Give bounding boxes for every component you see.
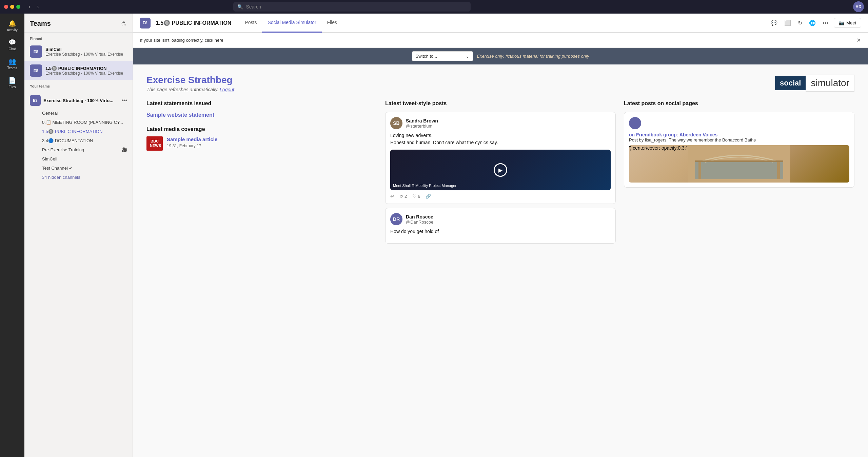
tweet-like-0[interactable]: ♡ 6 — [412, 194, 420, 199]
simcell-subtitle: Exercise Strathbeg - 100% Virtual Exerci… — [45, 52, 127, 57]
tweet-user-info-0: Sandra Brown @starterbium — [406, 118, 438, 129]
tweet-header-1: DR Dan Roscoe @DanRoscoe — [390, 213, 611, 225]
tweet-retweet-0[interactable]: ↺ 2 — [399, 194, 407, 199]
refresh-action-button[interactable]: ↻ — [796, 18, 804, 27]
social-post-desc-0: Post by ilsa_rogers: The way we remember… — [629, 137, 849, 142]
tweet-image-0: ▶ Meet Shall E-Mobility Project Manager — [390, 150, 611, 190]
media-time: 19:31, February 17 — [167, 144, 217, 148]
social-post-header-0 — [629, 117, 849, 129]
maximize-window-dot[interactable] — [16, 5, 20, 9]
meet-icon: 📷 — [839, 20, 844, 25]
sim-inner: Exercise Strathbeg This page refreshes a… — [133, 64, 868, 258]
tweets-title: Latest tweet-style posts — [385, 100, 616, 107]
teams-list: Pinned ES SimCell Exercise Strathbeg - 1… — [24, 33, 133, 457]
switch-banner: Switch to... ⌄ Exercise only: fictitious… — [133, 48, 868, 64]
minimize-window-dot[interactable] — [10, 5, 14, 9]
sim-columns: Latest statements issued Sample website … — [146, 100, 854, 248]
tab-social-media[interactable]: Social Media Simulator — [262, 14, 321, 33]
statement-link[interactable]: Sample website statement — [146, 112, 377, 118]
channel-label: Pre-Exercise Training — [42, 147, 84, 152]
tweet-username-0: Sandra Brown — [406, 118, 438, 123]
channel-public-info[interactable]: 1.5🔘 PUBLIC INFORMATION — [24, 127, 133, 136]
titlebar: ‹ › 🔍 AD — [0, 0, 868, 14]
channel-general[interactable]: General — [24, 109, 133, 118]
forward-button[interactable]: › — [35, 3, 41, 11]
teams-title: Teams — [30, 20, 51, 27]
your-teams-label: Your teams — [24, 80, 133, 90]
media-item: BBCNEWS Sample media article 19:31, Febr… — [146, 136, 377, 151]
team-group-avatar: ES — [30, 95, 41, 106]
social-post-0: on Friendbook group: Aberdeen Voices Pos… — [624, 112, 854, 188]
logo-social: social — [775, 76, 806, 90]
avatar[interactable]: AD — [853, 1, 864, 12]
search-input[interactable] — [246, 4, 467, 9]
banner-close-button[interactable]: ✕ — [856, 37, 861, 43]
simcell-avatar: ES — [30, 45, 42, 58]
sidebar-item-files[interactable]: 📄 Files — [2, 74, 22, 92]
chat-icon: 💬 — [8, 39, 16, 46]
sim-header-left: Exercise Strathbeg This page refreshes a… — [146, 75, 234, 92]
team-group-name: Exercise Strathbeg - 100% Virtu... — [43, 98, 119, 103]
team-group-more-button[interactable]: ••• — [121, 97, 127, 103]
sim-subtitle-text: This page refreshes automatically. — [146, 87, 218, 92]
meet-button[interactable]: 📷 Meet — [834, 18, 861, 28]
sidebar-item-label: Activity — [7, 28, 18, 32]
media-info: Sample media article 19:31, February 17 — [167, 136, 217, 148]
tab-posts[interactable]: Posts — [239, 14, 262, 33]
media-article-link[interactable]: Sample media article — [167, 136, 217, 142]
tweet-avatar-1: DR — [390, 213, 402, 225]
filter-button[interactable]: ⚗ — [120, 19, 127, 28]
exercise-notice: Exercise only: fictitious material for t… — [477, 54, 589, 59]
sidebar-item-activity[interactable]: 🔔 Activity — [2, 17, 22, 35]
team-group-header[interactable]: ES Exercise Strathbeg - 100% Virtu... ••… — [24, 92, 133, 109]
channel-title: 1.5🔘 PUBLIC INFORMATION — [156, 20, 231, 26]
sidebar-item-label: Chat — [8, 47, 16, 51]
info-banner: If your site isn't loading correctly, cl… — [133, 33, 868, 48]
close-window-dot[interactable] — [4, 5, 8, 9]
channel-header-actions: 💬 ⬜ ↻ 🌐 ••• 📷 Meet — [769, 18, 861, 28]
logo-simulator: simulator — [806, 75, 854, 92]
media-coverage-title: Latest media coverage — [146, 126, 377, 132]
hidden-channels-link[interactable]: 34 hidden channels — [24, 173, 133, 182]
channel-test[interactable]: Test Channel ✔ — [24, 164, 133, 173]
main-content: ES 1.5🔘 PUBLIC INFORMATION Posts Social … — [133, 14, 868, 457]
channel-meeting-room[interactable]: 0.📋 MEETING ROOM (PLANNING CY... — [24, 118, 133, 127]
switch-to-label: Switch to... — [416, 54, 437, 59]
social-simulator-logo: social simulator — [775, 75, 854, 92]
expand-action-button[interactable]: ⬜ — [783, 18, 792, 27]
channel-pre-exercise[interactable]: Pre-Exercise Training 🎥 — [24, 145, 133, 154]
activity-icon: 🔔 — [8, 20, 16, 27]
channel-simcell[interactable]: SimCell — [24, 154, 133, 164]
globe-action-button[interactable]: 🌐 — [808, 18, 817, 27]
banner-info-text: If your site isn't loading correctly, cl… — [140, 38, 223, 43]
teams-header: Teams ⚗ — [24, 14, 133, 33]
chat-action-button[interactable]: 💬 — [769, 18, 779, 27]
pinned-item-simcell[interactable]: ES SimCell Exercise Strathbeg - 100% Vir… — [24, 42, 133, 61]
logout-link[interactable]: Logout — [220, 87, 234, 92]
statements-column: Latest statements issued Sample website … — [146, 100, 377, 248]
pinned-item-public-info[interactable]: ES 1.5🔘 PUBLIC INFORMATION Exercise Stra… — [24, 61, 133, 80]
sidebar-item-label: Files — [8, 85, 16, 89]
tweets-column: Latest tweet-style posts SB Sandra Brown… — [385, 100, 616, 248]
tweet-avatar-0: SB — [390, 117, 402, 129]
search-bar[interactable]: 🔍 — [233, 2, 471, 12]
switch-dropdown[interactable]: Switch to... ⌄ — [412, 51, 473, 61]
tweet-share-0[interactable]: 🔗 — [426, 194, 431, 199]
public-info-info: 1.5🔘 PUBLIC INFORMATION Exercise Strathb… — [45, 66, 127, 76]
tweet-reply-0[interactable]: ↩ — [390, 194, 394, 199]
public-info-avatar: ES — [30, 64, 42, 77]
back-button[interactable]: ‹ — [26, 3, 32, 11]
social-post-link-0[interactable]: on Friendbook group: Aberdeen Voices — [629, 132, 717, 137]
files-icon: 📄 — [8, 77, 16, 84]
more-action-button[interactable]: ••• — [821, 19, 830, 27]
sidebar-item-chat[interactable]: 💬 Chat — [2, 36, 22, 54]
social-post-image-0: ') center/cover; opacity:0.3;"> — [629, 145, 849, 183]
sim-subtitle: This page refreshes automatically. Logou… — [146, 87, 234, 92]
pinned-label: Pinned — [24, 33, 133, 42]
simulator-content: Exercise Strathbeg This page refreshes a… — [133, 64, 868, 457]
channel-documentation[interactable]: 3.4🔵 DOCUMENTATION — [24, 136, 133, 145]
simcell-name: SimCell — [45, 47, 127, 52]
sidebar-item-teams[interactable]: 👥 Teams — [2, 55, 22, 73]
channel-avatar: ES — [140, 18, 151, 28]
tab-files[interactable]: Files — [322, 14, 343, 33]
